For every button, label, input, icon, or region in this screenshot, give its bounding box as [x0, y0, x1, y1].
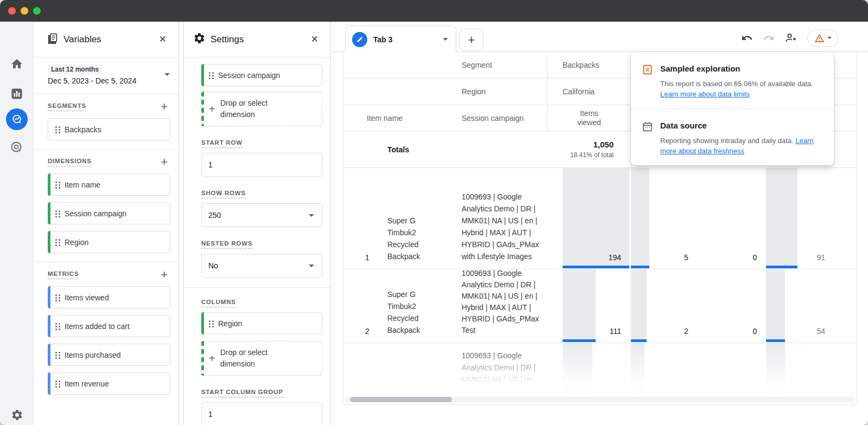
dimension-chip-label: Region	[65, 238, 88, 247]
metric-chip[interactable]: Items added to cart	[48, 315, 170, 337]
close-window-button[interactable]	[8, 7, 16, 15]
nav-admin-settings[interactable]	[0, 409, 34, 423]
settings-panel-title: Settings	[210, 34, 308, 45]
main-area: Tab 3 + Segment Backpacks	[331, 22, 868, 425]
add-dimension-button[interactable]: +	[158, 157, 170, 167]
start-row-label: START ROW	[201, 139, 242, 148]
dimension-chip[interactable]: Item name	[48, 173, 170, 196]
dimension-color-bar	[201, 64, 204, 86]
dimensions-label: DIMENSIONS	[48, 158, 92, 166]
chevron-down-icon	[309, 214, 314, 217]
metric-chip-label: Item revenue	[65, 379, 109, 388]
item-name-column-header[interactable]: Item name	[343, 105, 446, 131]
totals-label: Totals	[343, 131, 446, 168]
bar-chart-icon	[11, 88, 23, 102]
rows-dimension-chip[interactable]: Session campaign	[201, 64, 322, 86]
metric-chip[interactable]: Items viewed	[48, 286, 170, 308]
metric-cell-clipped	[834, 168, 857, 269]
redo-icon[interactable]	[763, 32, 775, 44]
metric-cell-clipped	[834, 343, 857, 405]
sampled-title: Sampled exploration	[660, 64, 822, 73]
minimize-window-button[interactable]	[21, 7, 28, 15]
items-viewed-cell: 194	[547, 168, 630, 269]
items-viewed-column-header[interactable]: Items viewed	[547, 105, 630, 131]
items-added-cell: 2	[630, 269, 696, 343]
toolbar	[741, 29, 839, 47]
nav-home[interactable]	[0, 57, 34, 73]
segment-chip[interactable]: Backpacks	[48, 118, 170, 140]
metric-chip[interactable]: Items purchased	[48, 344, 170, 366]
columns-dimension-chip-label: Region	[218, 319, 242, 328]
sampling-warning-button[interactable]	[807, 30, 839, 47]
close-variables-icon[interactable]: ✕	[156, 31, 170, 47]
data-source-section: Data source Reporting showing intraday a…	[631, 109, 834, 165]
start-column-group-input[interactable]	[201, 402, 322, 425]
metrics-label: METRICS	[48, 271, 79, 279]
zoom-window-button[interactable]	[33, 7, 41, 15]
add-metric-button[interactable]: +	[158, 270, 170, 280]
metric-chip-label: Items added to cart	[65, 321, 130, 332]
variables-panel: Variables ✕ Last 12 months Dec 5, 2023 -…	[34, 22, 179, 425]
dimension-chip[interactable]: Region	[48, 231, 170, 253]
undo-icon[interactable]	[741, 32, 753, 44]
date-range-preset: Last 12 months	[48, 65, 102, 74]
drag-handle-icon	[55, 181, 61, 191]
horizontal-scrollbar[interactable]	[345, 397, 855, 402]
table-row: 1 Super G Timbuk2 Recycled Backpack 1009…	[343, 168, 857, 269]
nav-advertising[interactable]	[0, 140, 34, 157]
items-added-cell: 5	[630, 168, 696, 269]
table-row: 2 Super G Timbuk2 Recycled Backpack 1009…	[343, 269, 857, 343]
items-purchased-cell	[696, 343, 762, 405]
chevron-down-icon	[164, 73, 170, 76]
segments-label: SEGMENTS	[48, 102, 86, 111]
session-campaign-column-header[interactable]: Session campaign	[446, 105, 547, 131]
data-limits-link[interactable]: Learn more about data limits	[660, 90, 750, 98]
add-segment-button[interactable]: +	[158, 102, 170, 112]
nav-explore[interactable]	[0, 108, 34, 130]
date-range-section[interactable]: Last 12 months Dec 5, 2023 - Dec 5, 2024	[34, 57, 178, 94]
dimension-color-bar	[48, 231, 50, 253]
close-settings-icon[interactable]: ✕	[308, 31, 322, 47]
new-tab-button[interactable]: +	[459, 29, 483, 51]
tab-label: Tab 3	[373, 35, 443, 44]
metric-chip-label: Items viewed	[65, 293, 109, 302]
columns-dimension-chip[interactable]: Region	[201, 312, 322, 334]
dimension-chip-label: Item name	[65, 181, 100, 189]
items-purchased-cell: 0	[696, 168, 762, 269]
dimension-color-bar	[48, 202, 50, 224]
drag-handle-icon	[208, 320, 214, 330]
segment-header-label: Segment	[343, 52, 547, 78]
advertising-icon	[10, 140, 24, 157]
drag-handle-icon	[55, 351, 61, 361]
scrollbar-thumb[interactable]	[350, 397, 452, 402]
start-row-input[interactable]	[201, 153, 322, 177]
share-icon[interactable]	[784, 31, 797, 44]
cell-bar	[631, 269, 647, 339]
explore-icon	[6, 108, 28, 130]
totals-items-viewed: 1,050 18.41% of total	[547, 131, 630, 168]
drag-handle-icon	[208, 72, 214, 81]
dimension-chip[interactable]: Session campaign	[48, 202, 170, 224]
nested-rows-dropdown[interactable]: No	[201, 254, 322, 278]
rows-drop-zone[interactable]: + Drop or select dimension	[201, 92, 322, 126]
items-viewed-cell: 111	[547, 269, 630, 343]
cell-bar	[766, 343, 785, 405]
plus-icon: +	[209, 352, 215, 365]
dimension-color-bar	[48, 173, 50, 196]
cell-bar	[766, 269, 785, 339]
titlebar	[0, 0, 868, 22]
metric-chip[interactable]: Item revenue	[48, 372, 170, 395]
variables-icon	[47, 33, 59, 47]
metric-color-bar	[48, 372, 50, 395]
columns-drop-zone[interactable]: + Drop or select dimension	[201, 341, 322, 376]
item-name-cell	[375, 343, 446, 405]
show-rows-dropdown[interactable]: 250	[201, 203, 322, 227]
metric-cell-clipped	[834, 269, 857, 343]
variables-panel-header: Variables ✕	[34, 22, 178, 57]
tab-active[interactable]: Tab 3	[345, 25, 456, 53]
totals-share: 18.41% of total	[570, 151, 614, 159]
nav-reports[interactable]	[0, 88, 34, 102]
app-window: Variables ✕ Last 12 months Dec 5, 2023 -…	[0, 0, 868, 425]
columns-drop-zone-label: Drop or select dimension	[220, 347, 291, 370]
chevron-down-icon	[309, 265, 314, 267]
